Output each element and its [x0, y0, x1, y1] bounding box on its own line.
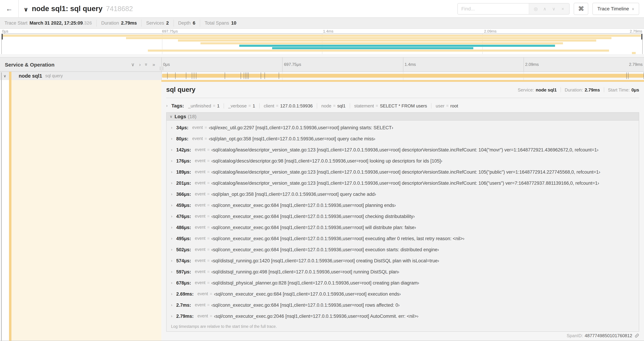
minimap-span-bar [632, 52, 636, 54]
log-field-key: event [195, 269, 206, 274]
log-field-value: ‹sql/conn_executor_exec.go:2046 [nsql1,c… [214, 313, 418, 319]
logs-chevron-icon: ∨ [170, 114, 172, 119]
log-row[interactable]: ›201μs:event=‹sql/catalog/lease/descript… [166, 177, 639, 189]
log-marker-tick[interactable] [247, 72, 247, 79]
log-marker-tick[interactable] [175, 72, 176, 79]
detail-title-row: sql query Service:node sql1Duration:2.79… [166, 86, 639, 94]
log-marker-tick[interactable] [264, 72, 265, 79]
stat-divider [560, 87, 561, 92]
log-row[interactable]: ›366μs:event=‹sql/plan_opt.go:358 [nsql1… [166, 189, 639, 200]
axis-tick: 1.4ms [403, 58, 403, 71]
log-row[interactable]: ›476μs:event=‹sql/conn_executor_exec.go:… [166, 211, 639, 222]
span-name-cell[interactable]: ∨ node sql1 sql query [0, 72, 161, 80]
minimap-right-handle[interactable] [641, 34, 642, 40]
log-row[interactable]: ›459μs:event=‹sql/conn_executor_exec.go:… [166, 200, 639, 211]
tag-equals: = [333, 103, 336, 108]
deep-link-icon[interactable] [635, 333, 639, 338]
back-button[interactable]: ← [0, 0, 19, 17]
log-marker-tick[interactable] [244, 72, 244, 79]
next-result-icon[interactable]: ∨ [549, 6, 558, 11]
log-marker-tick[interactable] [194, 72, 194, 79]
minimap-canvas[interactable] [2, 34, 642, 55]
log-field-value: ‹sql/distsql_physical_planner.go:828 [ns… [212, 280, 419, 285]
log-marker-tick[interactable] [186, 72, 186, 79]
trace-info-label: Duration [101, 21, 119, 26]
tag-divider [224, 103, 224, 108]
log-marker-tick[interactable] [248, 72, 248, 79]
expand-all-icon[interactable]: » [152, 62, 155, 67]
tag-equals: = [248, 103, 251, 108]
log-row[interactable]: ›142μs:event=‹sql/catalog/lease/descript… [166, 144, 639, 155]
log-row[interactable]: ›34μs:event=‹sql/exec_util.go:2297 [nsql… [166, 122, 639, 133]
detail-stat-value: 0μs [631, 87, 639, 92]
minimap-left-handle[interactable] [2, 34, 3, 40]
focus-target-icon[interactable]: ◎ [531, 6, 540, 11]
find-input[interactable] [458, 3, 529, 14]
header-controls: ◎ ∧ ∨ × ⌘ Trace Timeline ∨ [458, 3, 639, 15]
log-row[interactable]: ›2.79ms:event=‹sql/conn_executor_exec.go… [166, 310, 639, 321]
log-marker-tick[interactable] [245, 72, 246, 79]
tag-value: 1 [217, 103, 220, 108]
log-marker-tick[interactable] [167, 72, 168, 79]
log-field-key: event [195, 192, 206, 196]
log-equals: = [205, 125, 207, 130]
trace-collapse-icon[interactable]: ∨ [24, 6, 28, 13]
trace-info-value: 2.79ms [121, 21, 137, 26]
log-marker-tick[interactable] [628, 72, 628, 79]
log-chevron-icon: › [171, 270, 176, 274]
log-row[interactable]: ›597μs:event=‹sql/distsql_running.go:498… [166, 266, 639, 277]
log-marker-tick[interactable] [278, 72, 279, 79]
collapse-one-icon[interactable]: ∨ [131, 62, 135, 67]
tag-item: _unfinished=1 [188, 103, 220, 108]
log-marker-tick[interactable] [196, 72, 196, 79]
log-marker-tick[interactable] [626, 72, 627, 79]
span-duration-bar[interactable] [162, 74, 644, 78]
log-row[interactable]: ›80μs:event=‹sql/plan_opt.go:358 [nsql1,… [166, 133, 639, 144]
log-row[interactable]: ›486μs:event=‹sql/conn_executor_exec.go:… [166, 222, 639, 233]
page-title: node sql1: sql query [32, 5, 102, 13]
log-field-value: ‹sql/distsql_running.go:1420 [nsql1,clie… [212, 258, 439, 263]
log-timestamp: 495μs: [176, 236, 191, 241]
log-marker-tick[interactable] [192, 72, 192, 79]
tags-row[interactable]: › Tags: _unfinished=1_verbose=1client=12… [166, 102, 639, 110]
tag-item: node=sql1 [321, 103, 346, 108]
log-row[interactable]: ›574μs:event=‹sql/distsql_running.go:142… [166, 255, 639, 266]
service-operation-title: Service & Operation [5, 62, 54, 67]
log-row[interactable]: ›2.7ms:event=‹sql/conn_executor_exec.go:… [166, 299, 639, 310]
span-bar-cell[interactable] [161, 72, 644, 80]
log-chevron-icon: › [171, 137, 176, 141]
log-field-value: ‹sql/conn_executor_exec.go:684 [nsql1,cl… [212, 203, 396, 208]
tag-item: statement=SELECT * FROM users [354, 103, 427, 108]
collapse-all-icon[interactable]: » [144, 63, 150, 66]
trace-info-label: Total Spans [205, 21, 229, 26]
log-chevron-icon: › [171, 192, 176, 196]
span-children-chevron-icon[interactable]: ∨ [4, 74, 8, 78]
tag-divider [350, 103, 350, 108]
prev-result-icon[interactable]: ∧ [540, 6, 549, 11]
log-row[interactable]: ›678μs:event=‹sql/distsql_physical_plann… [166, 277, 639, 288]
chevron-down-icon: ∨ [632, 7, 634, 11]
stat-divider [604, 87, 604, 92]
logs-header[interactable]: ∨ Logs (18) [166, 113, 639, 121]
log-marker-tick[interactable] [241, 72, 241, 79]
axis-tick-label: 697.75μs [284, 62, 301, 67]
clear-search-icon[interactable]: × [558, 6, 567, 11]
log-row[interactable]: ›176μs:event=‹sql/catalog/descs/descript… [166, 155, 639, 166]
log-row[interactable]: ›2.69ms:event=‹sql/conn_executor_exec.go… [166, 288, 639, 299]
expand-one-icon[interactable]: › [139, 62, 140, 67]
log-marker-tick[interactable] [224, 72, 225, 79]
minimap-span-bar [126, 37, 612, 39]
log-row[interactable]: ›495μs:event=‹sql/conn_executor_exec.go:… [166, 233, 639, 244]
left-scroll-indicator[interactable] [1, 72, 2, 341]
log-row[interactable]: ›189μs:event=‹sql/catalog/lease/descript… [166, 166, 639, 177]
tag-key: statement [354, 103, 374, 108]
log-chevron-icon: › [171, 258, 176, 263]
log-row[interactable]: ›502μs:event=‹sql/conn_executor_exec.go:… [166, 244, 639, 255]
view-select-button[interactable]: Trace Timeline ∨ [592, 3, 639, 15]
span-operation-name: sql query [45, 74, 63, 78]
minimap-tick-label: 697.75μs [162, 29, 178, 33]
log-timestamp: 476μs: [176, 214, 191, 219]
keyboard-shortcuts-button[interactable]: ⌘ [574, 3, 588, 15]
back-arrow-icon: ← [6, 5, 13, 13]
log-marker-tick[interactable] [260, 72, 261, 79]
